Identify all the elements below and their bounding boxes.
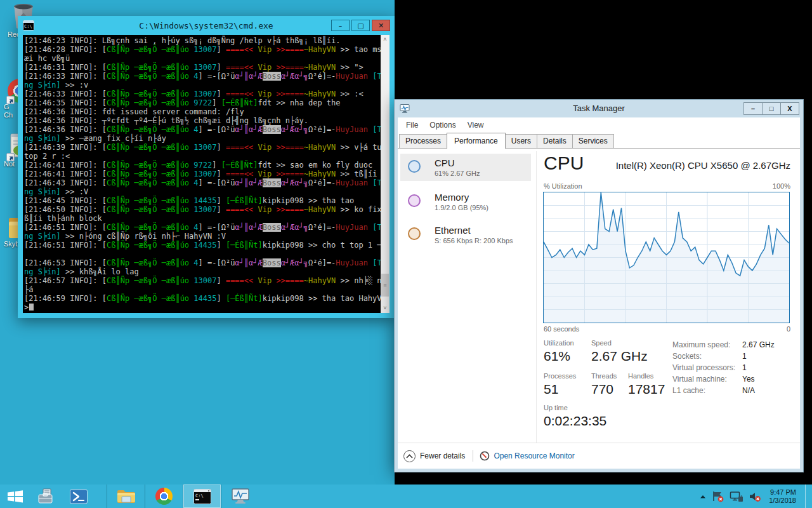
- sidebar-item-title: Memory: [435, 192, 531, 203]
- tab-details[interactable]: Details: [537, 134, 573, 148]
- action-center-flag-icon[interactable]: [712, 491, 724, 502]
- tab-services[interactable]: Services: [572, 134, 614, 148]
- console-line: [21:46:43 INFO]: [Cß║Ñp ─æß╗Ö ─æß║úo 4] …: [24, 178, 381, 187]
- console-line: ng S╞ín] >> n├óng cß║Ñp rß╗ôi nh├⌐ HahyV…: [24, 232, 381, 241]
- clock[interactable]: 9:47 PM 1/3/2018: [769, 488, 796, 505]
- cmd-titlebar[interactable]: C:\ C:\Windows\system32\cmd.exe – ▢ ✕: [18, 16, 395, 35]
- stat-value: 61%: [544, 349, 574, 364]
- stat-threads: Threads770: [591, 372, 617, 397]
- taskmgr-menubar: FileOptionsView: [398, 117, 800, 132]
- stat-uptime: Up time0:02:23:35: [544, 404, 606, 429]
- volume-muted-icon[interactable]: [749, 491, 761, 502]
- taskbar-explorer-button[interactable]: [107, 485, 145, 508]
- start-button[interactable]: [0, 485, 30, 508]
- stat-utilization: Utilization61%: [544, 339, 574, 364]
- taskmgr-content: CPU61% 2.67 GHzMemory1.9/2.0 GB (95%)Eth…: [398, 149, 800, 469]
- detail-label: Sockets:: [672, 352, 702, 361]
- console-scrollbar[interactable]: ˄ ≡ ˅: [381, 35, 390, 313]
- file-explorer-icon: [117, 488, 136, 505]
- memory-ring-icon: [408, 194, 421, 207]
- console-line: æi hc vß╗ü: [24, 54, 381, 63]
- stat-label: Up time: [544, 404, 606, 411]
- tab-processes[interactable]: Processes: [399, 134, 447, 148]
- console-line: [21:46:59 INFO]: [Cß║Ñp ─æß╗Ö ─æß║úo 144…: [24, 294, 381, 303]
- sidebar-item-cpu[interactable]: CPU61% 2.67 GHz: [400, 154, 531, 181]
- scroll-up-arrow[interactable]: ˄: [381, 35, 390, 44]
- desktop: Rec G Ch Not: [0, 0, 812, 508]
- console-line: ng S╞ín] >> ─æang fix c├íi n├áy: [24, 134, 381, 143]
- sidebar-item-title: CPU: [435, 157, 531, 168]
- detail-value: 1: [742, 352, 747, 361]
- console-line: [21:46:33 INFO]: [Cß║Ñp ─æß╗Ö ─æß║úo 4] …: [24, 72, 381, 81]
- taskmgr-maximize-button[interactable]: □: [762, 102, 781, 115]
- detail-row: Maximum speed:2.67 GHz: [672, 340, 793, 349]
- powershell-icon: [70, 489, 88, 504]
- menu-file[interactable]: File: [400, 121, 424, 130]
- console-line: [21:46:35 INFO]: [Cß║Ñp ─æß╗Ö ─æß║úo 972…: [24, 98, 381, 107]
- chrome-icon: [155, 488, 173, 505]
- sidebar-item-ethernet[interactable]: EthernetS: 656 Kbps R: 200 Kbps: [400, 221, 531, 248]
- console-line: [21:46:39 INFO]: [Cß║Ñp ─æß╗Ö ─æß║úo 130…: [24, 143, 381, 152]
- console-cursor: [29, 304, 34, 311]
- console-line: [21:46:31 INFO]: [Cß║Ñp ─æß╗Ö ─æß║úo 130…: [24, 63, 381, 72]
- cpu-utilization-chart[interactable]: [543, 192, 790, 323]
- task-manager-icon: [231, 488, 250, 505]
- stat-label: Handles: [628, 372, 665, 380]
- taskbar: C:\: [0, 485, 812, 508]
- tab-users[interactable]: Users: [505, 134, 537, 148]
- taskbar-task-manager-button[interactable]: [221, 485, 259, 508]
- task-manager-titlebar[interactable]: Task Manager – □ X: [395, 100, 803, 117]
- stat-label: Speed: [591, 339, 648, 347]
- menu-view[interactable]: View: [462, 121, 490, 130]
- footer-separator: [473, 450, 473, 462]
- clock-date: 1/3/2018: [769, 497, 796, 505]
- console-line: [24, 250, 381, 258]
- console-line: ng S╞ín] >> :V: [24, 187, 381, 196]
- tab-performance[interactable]: Performance: [447, 133, 506, 149]
- fewer-details-chevron-icon[interactable]: [403, 450, 416, 462]
- cmd-icon: C:\: [193, 489, 211, 504]
- menu-options[interactable]: Options: [424, 121, 461, 130]
- taskbar-chrome-button[interactable]: [145, 485, 183, 508]
- stat-value: 51: [544, 382, 576, 397]
- server-manager-button[interactable]: [30, 485, 62, 508]
- cpu-panel: CPU Intel(R) Xeon(R) CPU X5650 @ 2.67GHz…: [543, 149, 790, 444]
- detail-row: Virtual processors:1: [672, 363, 793, 372]
- task-manager-title: Task Manager: [395, 104, 803, 113]
- clock-time: 9:47 PM: [769, 488, 796, 497]
- resource-monitor-icon: [480, 451, 490, 461]
- stat-value: 0:02:23:35: [544, 413, 606, 429]
- detail-label: Virtual processors:: [672, 363, 735, 372]
- chart-y-max-label: 100%: [773, 182, 790, 190]
- cmd-close-button[interactable]: ✕: [372, 20, 390, 31]
- show-desktop-button[interactable]: [805, 485, 808, 508]
- console-line: ß║íi th├ánh block: [24, 214, 381, 223]
- scroll-down-arrow[interactable]: ˅: [381, 304, 390, 313]
- tray-expand-arrow-icon[interactable]: [699, 494, 707, 499]
- powershell-button[interactable]: [62, 485, 95, 508]
- taskmgr-close-button[interactable]: X: [780, 102, 799, 115]
- cmd-minimize-button[interactable]: –: [331, 20, 350, 31]
- console-output: [21:46:23 INFO]: Lß╗çnh sai , h├úy sß╗¡ …: [23, 35, 381, 313]
- sidebar-item-title: Ethernet: [435, 225, 531, 236]
- taskmgr-minimize-button[interactable]: –: [743, 102, 763, 115]
- fewer-details-button[interactable]: Fewer details: [420, 451, 465, 460]
- open-resource-monitor-link[interactable]: Open Resource Monitor: [494, 451, 574, 460]
- detail-row: L1 cache:N/A: [672, 386, 793, 395]
- taskbar-cmd-button[interactable]: C:\: [183, 485, 221, 508]
- detail-label: Virtual machine:: [672, 375, 727, 384]
- shortcut-arrow-icon: [6, 153, 15, 161]
- network-icon[interactable]: [730, 491, 743, 502]
- cmd-maximize-button[interactable]: ▢: [351, 20, 370, 31]
- sidebar-item-memory[interactable]: Memory1.9/2.0 GB (95%): [400, 188, 531, 215]
- stat-value: 770: [591, 382, 617, 397]
- console-body[interactable]: [21:46:23 INFO]: Lß╗çnh sai , h├úy sß╗¡ …: [23, 35, 390, 313]
- stat-label: Threads: [591, 372, 617, 380]
- chart-x-right-label: 0: [787, 325, 790, 333]
- scroll-thumb[interactable]: ≡: [381, 274, 389, 297]
- svg-text:C:\: C:\: [195, 493, 204, 498]
- system-tray: 9:47 PM 1/3/2018: [699, 485, 808, 508]
- stat-speed: Speed2.67 GHz: [591, 339, 648, 364]
- stat-value: 2.67 GHz: [591, 349, 648, 364]
- console-line: ng S╞ín] >> :v: [24, 81, 381, 90]
